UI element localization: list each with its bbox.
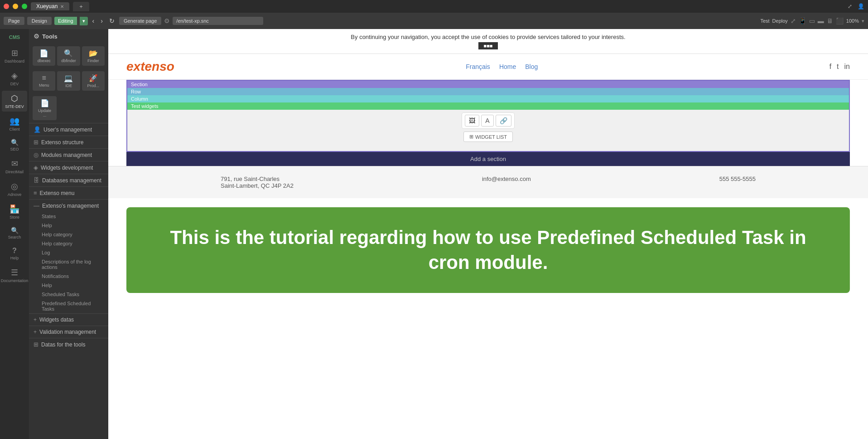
zoom-dropdown-icon[interactable]: ▾ (862, 18, 864, 24)
prod-button[interactable]: 🚀 Prod... (82, 71, 105, 91)
desktop-icon[interactable]: 🖥 (827, 17, 833, 24)
mgmt-item-help-category-1[interactable]: Help category (33, 230, 108, 239)
widget-image-button[interactable]: 🖼 (465, 115, 479, 127)
dbfinder-icon: 🔍 (64, 49, 73, 58)
window-close-dot[interactable] (4, 4, 9, 9)
tutorial-text: This is the tutorial regarding how to us… (154, 225, 823, 275)
add-section-bar[interactable]: Add a section (126, 152, 850, 166)
ide-icon: 💻 (64, 74, 73, 83)
widget-list-button[interactable]: ⊞ WIDGET LIST (463, 132, 513, 142)
nav-prev-button[interactable]: ‹ (91, 16, 96, 25)
sidebar-item-search[interactable]: 🔍 Search (2, 224, 27, 242)
cookie-accept-button[interactable]: ■■■ (478, 42, 498, 49)
tablet-portrait-icon[interactable]: ▭ (809, 17, 815, 24)
extenso-structure-header[interactable]: ⊞ Extenso structure (29, 136, 108, 148)
tab-label: Xueyuan (36, 3, 58, 10)
nav-blog[interactable]: Blog (525, 63, 538, 70)
settings-icon[interactable]: ⚙ (164, 17, 170, 24)
nav-francais[interactable]: Français (466, 63, 490, 70)
mobile-icon[interactable]: 📱 (799, 17, 806, 24)
datas-tools-icon: ⊞ (34, 341, 39, 348)
mgmt-item-notifications[interactable]: Notifications (33, 272, 108, 281)
dev-icon: ◈ (11, 71, 18, 81)
sidebar-item-seo[interactable]: 🔍 SEO (2, 136, 27, 154)
ide-label: IDE (65, 83, 72, 88)
mgmt-item-log-descriptions[interactable]: Descriptions of the log actions (33, 257, 108, 272)
dbfinder-label: dbfinder (61, 59, 76, 63)
tool-icons-row-3: 📄 Update ... (29, 93, 108, 123)
page-button[interactable]: Page (4, 17, 24, 25)
cookie-bar: By continuing your navigation, you accep… (108, 29, 868, 54)
tab-close-icon[interactable]: ✕ (60, 4, 64, 9)
editing-dropdown[interactable]: ▾ (80, 17, 88, 25)
editing-button[interactable]: Editing (54, 17, 77, 25)
menu-button[interactable]: ≡ Menu (33, 71, 55, 91)
mgmt-item-help-2[interactable]: Help (33, 281, 108, 290)
window-action-icon[interactable]: ⤢ (848, 3, 852, 10)
window-user-icon[interactable]: 👤 (858, 3, 864, 10)
sidebar-item-help[interactable]: ? Help (2, 244, 27, 263)
mgmt-item-log[interactable]: Log (33, 248, 108, 257)
update-button[interactable]: 📄 Update ... (33, 96, 57, 120)
validation-mgmt-toggle[interactable]: + Validation management (29, 326, 108, 338)
window-maximize-dot[interactable] (22, 4, 27, 9)
linkedin-icon[interactable]: in (844, 63, 850, 71)
widgets-dev-header[interactable]: ◈ Widgets development (29, 161, 108, 174)
modules-mgmt-header[interactable]: ◎ Modules managment (29, 149, 108, 161)
documentation-icon: ☰ (11, 268, 18, 278)
tools-title: Tools (42, 33, 58, 40)
users-mgmt-header[interactable]: 👤 User's management (29, 123, 108, 136)
tablet-landscape-icon[interactable]: ▬ (818, 17, 824, 24)
finder-label: Finder (87, 59, 99, 63)
tab-xueyuan[interactable]: Xueyuan ✕ (31, 2, 69, 10)
widget-list-label: WIDGET LIST (475, 134, 507, 140)
mgmt-item-predefined-scheduled-tasks[interactable]: Predefined Scheduled Tasks (33, 299, 108, 313)
dbfinder-button[interactable]: 🔍 dbfinder (57, 46, 80, 66)
sidebar-item-dashboard[interactable]: ⊞ Dashboard (2, 45, 27, 66)
external-icon[interactable]: ⤢ (791, 17, 796, 24)
widget-format-toolbar: 🖼 A 🔗 (462, 112, 514, 129)
mgmt-item-help-1[interactable]: Help (33, 221, 108, 230)
widgets-dev-label: Widgets development (41, 165, 93, 171)
nav-home[interactable]: Home (499, 63, 516, 70)
sidebar-item-adnove[interactable]: ◎ Adnove (2, 179, 27, 200)
nav-next-button[interactable]: › (99, 16, 105, 25)
widgets-datas-toggle[interactable]: + Widgets datas (29, 314, 108, 326)
refresh-button[interactable]: ↻ (107, 16, 116, 25)
widget-list-icon: ⊞ (469, 134, 473, 140)
mgmt-item-help-category-2[interactable]: Help category (33, 239, 108, 248)
tab-new[interactable]: ＋ (73, 2, 89, 11)
twitter-icon[interactable]: t (837, 63, 839, 71)
update-icon: 📄 (40, 99, 49, 107)
store-label: Store (10, 215, 19, 220)
deploy-label[interactable]: Deploy (772, 18, 788, 24)
widget-link-button[interactable]: 🔗 (496, 115, 511, 127)
url-bar[interactable]: /en/test-xp.snc (173, 17, 263, 25)
directmail-label: DirectMail (5, 170, 24, 174)
datas-tools-header[interactable]: ⊞ Datas for the tools (29, 338, 108, 351)
sidebar-item-documentation[interactable]: ☰ Documentation (2, 265, 27, 286)
design-button[interactable]: Design (27, 17, 52, 25)
extenso-structure-label: Extenso structure (41, 139, 83, 146)
extenso-menu-header[interactable]: ≡ Extenso menu (29, 187, 108, 199)
adnove-icon: ◎ (11, 181, 18, 191)
test-label[interactable]: Test (760, 18, 769, 24)
mgmt-item-scheduled-tasks[interactable]: Scheduled Tasks (33, 290, 108, 299)
ide-button[interactable]: 💻 IDE (57, 71, 80, 91)
mgmt-item-states[interactable]: States (33, 212, 108, 221)
sidebar-item-dev[interactable]: ◈ DEV (2, 68, 27, 89)
sidebar-item-directmail[interactable]: ✉ DirectMail (2, 156, 27, 177)
sidebar-item-client[interactable]: 👥 Client (2, 113, 27, 134)
sidebar-item-store[interactable]: 🏪 Store (2, 201, 27, 222)
widget-text-button[interactable]: A (481, 115, 493, 127)
databases-mgmt-header[interactable]: 🗄 Databases management (29, 174, 108, 186)
tools-header: ⚙ Tools (29, 29, 108, 44)
sidebar-item-site-dev[interactable]: ⬡ SITE-DEV (2, 91, 27, 112)
window-minimize-dot[interactable] (13, 4, 18, 9)
generate-page-button[interactable]: Generate page (119, 17, 161, 25)
extenso-mgmt-header[interactable]: — Extenso's management (29, 200, 108, 212)
facebook-icon[interactable]: f (829, 63, 831, 71)
dbexec-button[interactable]: 📄 dbexec (33, 46, 55, 66)
finder-button[interactable]: 📂 Finder (82, 46, 105, 66)
wide-icon[interactable]: ⬛ (836, 17, 844, 24)
